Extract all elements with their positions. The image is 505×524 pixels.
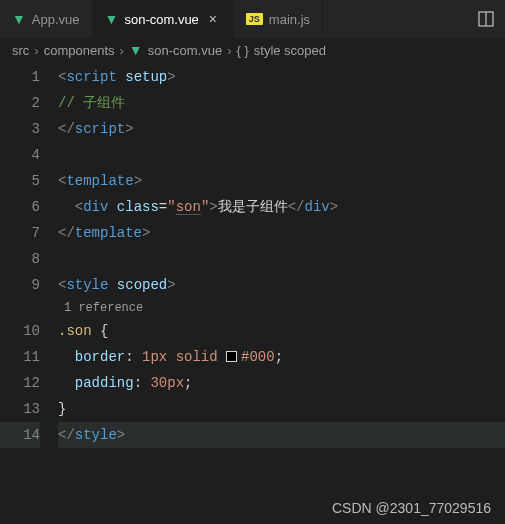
tab-label: son-com.vue: [124, 12, 198, 27]
editor-tabs: ▼ App.vue ▼ son-com.vue × JS main.js: [0, 0, 505, 38]
code-editor[interactable]: 1 2 3 4 5 6 7 8 9 10 11 12 13 14 <script…: [0, 62, 505, 448]
close-icon[interactable]: ×: [205, 11, 221, 27]
color-swatch[interactable]: [226, 351, 237, 362]
tab-son-com-vue[interactable]: ▼ son-com.vue ×: [93, 0, 234, 38]
breadcrumb-segment[interactable]: style scoped: [254, 43, 326, 58]
vue-icon: ▼: [105, 11, 119, 27]
js-icon: JS: [246, 13, 263, 25]
tab-label: App.vue: [32, 12, 80, 27]
code-area[interactable]: <script setup> // 子组件 </script> <templat…: [58, 64, 505, 448]
breadcrumb[interactable]: src › components › ▼ son-com.vue › { } s…: [0, 38, 505, 62]
chevron-right-icon: ›: [227, 43, 231, 58]
vue-icon: ▼: [12, 11, 26, 27]
chevron-right-icon: ›: [34, 43, 38, 58]
watermark: CSDN @2301_77029516: [332, 500, 491, 516]
code-lens[interactable]: 1 reference: [58, 298, 505, 318]
tab-app-vue[interactable]: ▼ App.vue: [0, 0, 93, 38]
split-editor-icon[interactable]: [467, 0, 505, 38]
vue-icon: ▼: [129, 42, 143, 58]
tab-main-js[interactable]: JS main.js: [234, 0, 323, 38]
line-numbers: 1 2 3 4 5 6 7 8 9 10 11 12 13 14: [0, 64, 58, 448]
chevron-right-icon: ›: [120, 43, 124, 58]
tab-label: main.js: [269, 12, 310, 27]
breadcrumb-segment[interactable]: son-com.vue: [148, 43, 222, 58]
breadcrumb-segment[interactable]: src: [12, 43, 29, 58]
breadcrumb-segment[interactable]: components: [44, 43, 115, 58]
brackets-icon: { }: [236, 43, 248, 58]
